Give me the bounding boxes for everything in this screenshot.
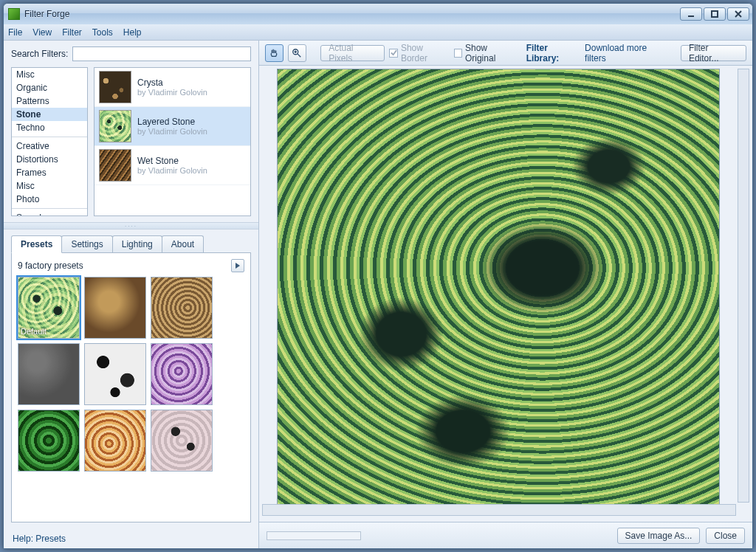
- preset-label: Default: [21, 327, 47, 336]
- zoom-tool-button[interactable]: [288, 44, 306, 62]
- preset-swatch[interactable]: [151, 277, 213, 339]
- category-item[interactable]: Photo: [12, 193, 87, 206]
- filter-item[interactable]: Crystaby Vladimir Golovin: [94, 68, 250, 107]
- category-item[interactable]: Misc: [12, 68, 87, 81]
- filter-editor-button[interactable]: Filter Editor...: [681, 45, 746, 61]
- category-list[interactable]: MiscOrganicPatternsStoneTechnoCreativeDi…: [11, 67, 88, 216]
- show-border-checkbox[interactable]: Show Border: [389, 43, 449, 63]
- tab-settings[interactable]: Settings: [61, 235, 112, 253]
- filter-item[interactable]: Layered Stoneby Vladimir Golovin: [94, 107, 250, 146]
- preset-next-button[interactable]: [231, 259, 244, 272]
- tab-lighting[interactable]: Lighting: [112, 235, 162, 253]
- search-input[interactable]: [72, 46, 251, 61]
- pan-tool-button[interactable]: [265, 44, 284, 62]
- preview-canvas[interactable]: [277, 69, 720, 511]
- show-original-checkbox[interactable]: Show Original: [454, 43, 518, 63]
- category-item[interactable]: Organic: [12, 81, 87, 94]
- filter-name: Layered Stone: [137, 117, 207, 127]
- splitter-handle[interactable]: ····: [4, 222, 258, 230]
- category-item[interactable]: Patterns: [12, 94, 87, 108]
- filter-author: by Vladimir Golovin: [137, 166, 207, 175]
- actual-pixels-button[interactable]: Actual Pixels: [320, 45, 385, 61]
- app-window: Filter Forge File View Filter Tools Help…: [3, 3, 753, 549]
- maximize-button[interactable]: [704, 7, 726, 21]
- download-filters-link[interactable]: Download more filters: [585, 43, 666, 63]
- menu-view[interactable]: View: [32, 27, 52, 38]
- menu-filter[interactable]: Filter: [62, 27, 82, 38]
- preset-swatch[interactable]: [18, 410, 80, 472]
- preset-swatch[interactable]: [84, 343, 146, 405]
- menu-file[interactable]: File: [8, 27, 22, 38]
- category-item[interactable]: Search: [12, 211, 87, 216]
- preset-swatch[interactable]: [151, 343, 213, 405]
- filter-thumb: [99, 149, 131, 182]
- filter-item[interactable]: Wet Stoneby Vladimir Golovin: [94, 146, 250, 185]
- preset-swatch[interactable]: [151, 410, 213, 472]
- minimize-button[interactable]: [680, 7, 702, 21]
- filter-thumb: [99, 71, 131, 103]
- preset-swatch[interactable]: [84, 410, 146, 472]
- window-title: Filter Forge: [24, 9, 680, 19]
- help-presets-link[interactable]: Help: Presets: [4, 529, 258, 548]
- tab-about[interactable]: About: [162, 235, 204, 253]
- filter-author: by Vladimir Golovin: [137, 88, 207, 97]
- category-item[interactable]: Creative: [12, 139, 87, 153]
- category-item[interactable]: Distortions: [12, 153, 87, 166]
- close-window-button[interactable]: [727, 7, 749, 21]
- filter-library-label: Filter Library:: [526, 43, 580, 63]
- preset-swatch[interactable]: [84, 277, 146, 339]
- vertical-scrollbar[interactable]: [738, 69, 749, 503]
- save-image-button[interactable]: Save Image As...: [617, 528, 701, 544]
- preview-toolbar: Actual Pixels Show Border Show Original …: [259, 41, 752, 66]
- category-item[interactable]: Frames: [12, 166, 87, 179]
- titlebar[interactable]: Filter Forge: [4, 4, 752, 24]
- category-item[interactable]: Misc: [12, 179, 87, 193]
- tab-presets[interactable]: Presets: [11, 235, 62, 253]
- presets-count-label: 9 factory presets: [18, 261, 83, 271]
- app-icon: [8, 8, 20, 20]
- filter-thumb: [99, 110, 131, 142]
- filter-author: by Vladimir Golovin: [137, 127, 207, 136]
- search-label: Search Filters:: [11, 49, 68, 59]
- presets-panel: 9 factory presets Default: [11, 252, 251, 522]
- category-item[interactable]: Stone: [12, 108, 87, 121]
- right-panel: Actual Pixels Show Border Show Original …: [259, 41, 752, 548]
- close-button[interactable]: Close: [706, 528, 745, 544]
- menubar: File View Filter Tools Help: [4, 24, 752, 41]
- filter-list[interactable]: Crystaby Vladimir GolovinLayered Stoneby…: [94, 67, 251, 216]
- filter-name: Crysta: [137, 77, 207, 88]
- preset-swatch[interactable]: [18, 343, 80, 405]
- category-item[interactable]: Techno: [12, 121, 87, 134]
- left-panel: Search Filters: MiscOrganicPatternsStone…: [4, 41, 259, 548]
- horizontal-scrollbar[interactable]: [262, 504, 736, 516]
- preset-swatch[interactable]: Default: [18, 277, 80, 339]
- filter-name: Wet Stone: [137, 156, 207, 166]
- render-progress: [267, 531, 361, 540]
- svg-rect-0: [712, 11, 718, 17]
- menu-tools[interactable]: Tools: [92, 27, 113, 38]
- menu-help[interactable]: Help: [123, 27, 142, 38]
